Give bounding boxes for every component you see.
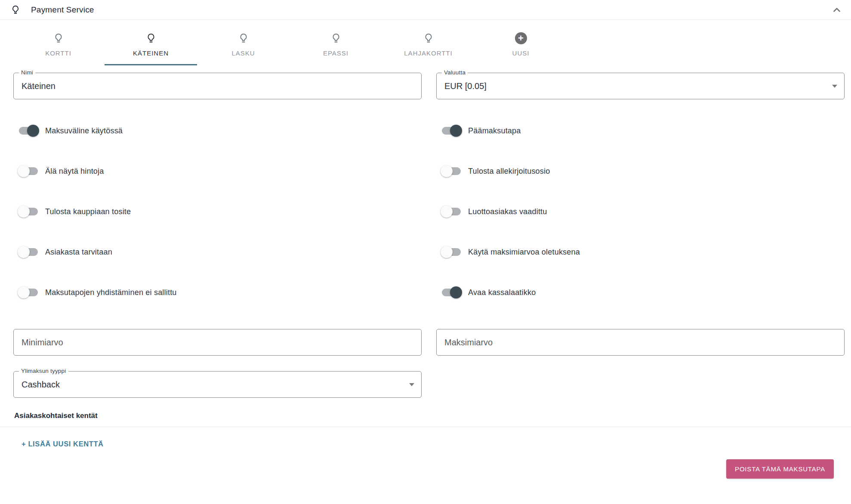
ylimaksun-tyyppi-value: Cashback xyxy=(22,380,60,390)
tab-label: KORTTI xyxy=(45,49,71,57)
dropdown-caret-icon xyxy=(832,85,837,88)
toggle-switch[interactable] xyxy=(18,246,39,258)
nimi-input[interactable] xyxy=(22,81,413,91)
toggle-avaa-kassalaatikko[interactable]: Avaa kassalaatikko xyxy=(441,286,845,299)
lightbulb-icon xyxy=(423,33,434,44)
lightbulb-icon xyxy=(238,33,249,44)
tab-kortti[interactable]: KORTTI xyxy=(12,33,105,65)
nimi-label: Nimi xyxy=(19,69,35,76)
ylimaksu-row: Ylimaksun tyyppi Cashback xyxy=(0,371,851,398)
toggle-label: Älä näytä hintoja xyxy=(45,167,104,176)
toggle-label: Käytä maksimiarvoa oletuksena xyxy=(468,248,580,257)
toggle-grid: Maksuväline käytössä Älä näytä hintoja T… xyxy=(0,124,851,299)
toggle-label: Luottoasiakas vaadittu xyxy=(468,207,547,216)
lightbulb-icon xyxy=(53,33,64,44)
toggle-tulosta-kauppiaan-tosite[interactable]: Tulosta kauppiaan tosite xyxy=(18,205,422,218)
toggle-kayta-maksimiarvoa[interactable]: Käytä maksimiarvoa oletuksena xyxy=(441,246,845,258)
delete-payment-method-button[interactable]: POISTA TÄMÄ MAKSUTAPA xyxy=(726,459,834,479)
tab-label: KÄTEINEN xyxy=(133,49,169,57)
toggle-label: Asiakasta tarvitaan xyxy=(45,248,112,257)
name-currency-row: Nimi Valuutta EUR [0.05] xyxy=(0,73,851,99)
toggle-tulosta-allekirjoitusosio[interactable]: Tulosta allekirjoitusosio xyxy=(441,165,845,178)
maksimiarvo-input[interactable] xyxy=(444,338,836,347)
minmax-row xyxy=(0,329,851,356)
toggle-switch[interactable] xyxy=(18,125,39,137)
dropdown-caret-icon xyxy=(409,383,414,386)
toggle-switch[interactable] xyxy=(441,125,462,137)
toggle-switch[interactable] xyxy=(18,206,39,218)
tab-label: UUSI xyxy=(512,49,530,57)
tab-label: EPASSI xyxy=(323,49,348,57)
toggle-label: Päämaksutapa xyxy=(468,126,521,135)
tab-epassi[interactable]: EPASSI xyxy=(290,33,382,65)
valuutta-value: EUR [0.05] xyxy=(444,81,487,91)
topbar: Payment Service xyxy=(0,0,851,20)
toggle-column-right: Päämaksutapa Tulosta allekirjoitusosio L… xyxy=(436,124,845,299)
toggle-switch[interactable] xyxy=(441,206,462,218)
page-title: Payment Service xyxy=(31,5,94,15)
lightbulb-icon xyxy=(330,33,342,44)
toggle-paamaksutapa[interactable]: Päämaksutapa xyxy=(441,124,845,137)
toggle-switch[interactable] xyxy=(441,165,462,177)
toggle-label: Tulosta kauppiaan tosite xyxy=(45,207,131,216)
toggle-column-left: Maksuväline käytössä Älä näytä hintoja T… xyxy=(13,124,422,299)
minimiarvo-field[interactable] xyxy=(13,329,422,356)
toggle-switch[interactable] xyxy=(441,246,462,258)
tab-lahjakortti[interactable]: LAHJAKORTTI xyxy=(382,33,475,65)
lightbulb-icon xyxy=(145,33,157,44)
ylimaksu-row-spacer xyxy=(436,371,845,398)
tab-kateinen[interactable]: KÄTEINEN xyxy=(105,33,197,65)
toggle-maksuvaline-kaytossa[interactable]: Maksuväline käytössä xyxy=(18,124,422,137)
tab-label: LAHJAKORTTI xyxy=(404,49,452,57)
tab-uusi[interactable]: + UUSI xyxy=(475,33,567,65)
nimi-field[interactable]: Nimi xyxy=(13,73,422,99)
minimiarvo-input[interactable] xyxy=(22,338,413,347)
toggle-switch[interactable] xyxy=(441,286,462,298)
tab-lasku[interactable]: LASKU xyxy=(197,33,290,65)
toggle-label: Maksutapojen yhdistäminen ei sallittu xyxy=(45,288,177,297)
toggle-label: Tulosta allekirjoitusosio xyxy=(468,167,550,176)
toggle-luottoasiakas-vaadittu[interactable]: Luottoasiakas vaadittu xyxy=(441,205,845,218)
toggle-label: Maksuväline käytössä xyxy=(45,126,123,135)
toggle-maksutapojen-yhdistaminen[interactable]: Maksutapojen yhdistäminen ei sallittu xyxy=(18,286,422,299)
lightbulb-icon xyxy=(10,5,21,15)
tab-label: LASKU xyxy=(231,49,255,57)
valuutta-select[interactable]: Valuutta EUR [0.05] xyxy=(436,73,845,99)
toggle-switch[interactable] xyxy=(18,286,39,298)
plus-circle-icon: + xyxy=(515,32,527,44)
ylimaksun-tyyppi-label: Ylimaksun tyyppi xyxy=(19,368,68,374)
valuutta-label: Valuutta xyxy=(442,69,468,76)
footer-actions: POISTA TÄMÄ MAKSUTAPA xyxy=(0,459,851,479)
ylimaksun-tyyppi-select[interactable]: Ylimaksun tyyppi Cashback xyxy=(13,371,422,398)
section-divider xyxy=(0,427,851,427)
chevron-up-icon[interactable] xyxy=(831,4,842,15)
add-field-link[interactable]: + LISÄÄ UUSI KENTTÄ xyxy=(22,440,104,448)
toggle-asiakasta-tarvitaan[interactable]: Asiakasta tarvitaan xyxy=(18,246,422,258)
custom-fields-heading: Asiakaskohtaiset kentät xyxy=(14,412,851,420)
toggle-switch[interactable] xyxy=(18,165,39,177)
toggle-label: Avaa kassalaatikko xyxy=(468,288,536,297)
toggle-ala-nayta-hintoja[interactable]: Älä näytä hintoja xyxy=(18,165,422,178)
maksimiarvo-field[interactable] xyxy=(436,329,845,356)
payment-method-tabs: KORTTI KÄTEINEN LASKU EPASSI LAHJAKORTTI… xyxy=(0,33,851,65)
